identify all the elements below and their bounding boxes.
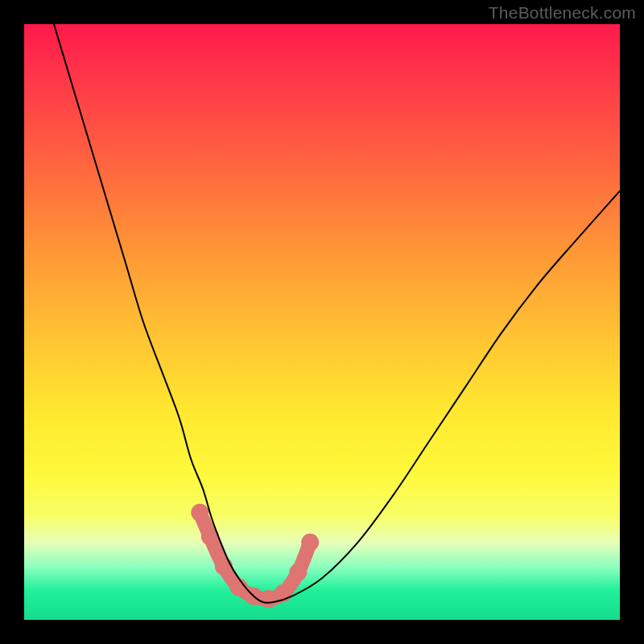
optimal-zone-point: [301, 534, 319, 551]
optimal-zone-point: [289, 564, 307, 581]
watermark-text: TheBottleneck.com: [489, 3, 636, 23]
chart-frame: TheBottleneck.com: [0, 0, 644, 644]
plot-area: [24, 24, 620, 620]
optimal-zone-point: [191, 504, 208, 522]
bottleneck-curve: [54, 24, 620, 603]
chart-svg: [24, 24, 620, 620]
optimal-zone-point: [215, 557, 233, 575]
